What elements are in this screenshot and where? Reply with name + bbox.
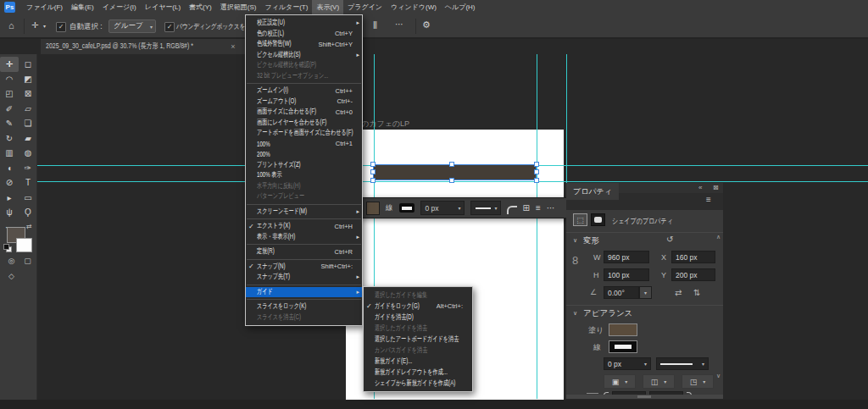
menubar-item[interactable]: イメージ(I) bbox=[98, 0, 141, 14]
view-menu-item[interactable]: スライスをロック(K) bbox=[246, 301, 362, 312]
quick-mask-button[interactable]: ◎ bbox=[4, 255, 19, 266]
angle-dropdown[interactable]: ▾ bbox=[639, 286, 652, 299]
object-selection-tool[interactable]: ◩ bbox=[19, 72, 37, 87]
swap-colors-icon[interactable]: ⇄ bbox=[26, 223, 32, 230]
view-menu-item[interactable]: スクリーンモード(M)▸ bbox=[246, 207, 362, 218]
collapse-panels-icon[interactable]: « bbox=[698, 184, 702, 191]
selection-handle[interactable] bbox=[370, 162, 376, 167]
close-tab-icon[interactable]: × bbox=[231, 42, 235, 51]
menubar-item[interactable]: 書式(Y) bbox=[185, 0, 216, 14]
selection-handle[interactable] bbox=[370, 178, 376, 183]
tab-properties[interactable]: プロパティ bbox=[566, 183, 619, 200]
guide-submenu-item[interactable]: 選択したアートボードガイドを消去 bbox=[364, 334, 472, 345]
properties-list-icon[interactable]: ≡ bbox=[536, 203, 541, 213]
view-menu-item[interactable]: 画面にレイヤーを合わせる(F) bbox=[246, 118, 362, 129]
stroke-align-dropdown[interactable]: ▣▾ bbox=[604, 374, 636, 389]
menubar-item[interactable]: 選択範囲(S) bbox=[216, 0, 261, 14]
rectangle-tool[interactable]: ▭ bbox=[19, 191, 37, 206]
selection-handle[interactable] bbox=[449, 178, 454, 183]
view-menu-item[interactable]: 200% bbox=[246, 149, 362, 160]
vertical-guide[interactable] bbox=[537, 54, 537, 399]
zoom-tool[interactable]: Ϙ bbox=[19, 205, 37, 220]
stroke-style-dropdown[interactable]: ▾ bbox=[470, 201, 501, 215]
path-selection-tool[interactable]: ▸ bbox=[0, 191, 19, 206]
view-menu-item[interactable]: ズームアウト(O)Ctrl+- bbox=[246, 97, 362, 108]
appearance-section-header[interactable]: アピアランス bbox=[583, 308, 632, 319]
move-tool[interactable]: ✛ bbox=[0, 57, 19, 72]
stroke-width-dropdown[interactable]: 0 px▾ bbox=[604, 357, 651, 370]
height-input[interactable]: 100 px bbox=[604, 268, 649, 281]
width-input[interactable]: 960 px bbox=[604, 251, 649, 263]
scrollbar-handle[interactable] bbox=[637, 395, 651, 398]
menubar-item[interactable]: 編集(E) bbox=[67, 0, 98, 14]
menubar-item[interactable]: ファイル(F) bbox=[22, 0, 67, 14]
view-menu-item[interactable]: プリントサイズ(Z) bbox=[246, 160, 362, 171]
guide-submenu-item[interactable]: 新規ガイドレイアウトを作成... bbox=[364, 367, 472, 378]
history-brush-tool[interactable]: ↻ bbox=[0, 131, 19, 146]
selected-rectangle-shape[interactable] bbox=[373, 164, 537, 180]
toolbar-extra-button[interactable]: ◇ bbox=[4, 270, 19, 281]
view-menu-item[interactable]: ピクセル縦横比(S)▸ bbox=[246, 50, 362, 61]
chevron-down-icon[interactable]: ∨ bbox=[573, 310, 577, 317]
more-options-icon[interactable]: ⋯ bbox=[547, 203, 555, 213]
scroll-down-icon[interactable]: ∨ bbox=[716, 373, 721, 379]
close-icon[interactable]: ⊠ bbox=[713, 184, 719, 191]
eraser-tool[interactable]: ▰ bbox=[19, 131, 37, 146]
dodge-tool[interactable]: ◖ bbox=[0, 161, 19, 176]
flip-vertical-icon[interactable]: ⇅ bbox=[693, 288, 700, 297]
crop-tool[interactable]: ◰ bbox=[0, 86, 19, 102]
more-options-icon[interactable]: ⋯ bbox=[395, 19, 403, 29]
stroke-color-swatch[interactable] bbox=[609, 340, 637, 353]
view-menu-item[interactable]: 100% 表示 bbox=[246, 170, 362, 181]
reset-transform-icon[interactable]: ↺ bbox=[666, 235, 673, 244]
stroke-width-dropdown[interactable]: 0 px ▾ bbox=[420, 201, 465, 215]
link-corners-icon[interactable] bbox=[587, 393, 598, 394]
view-menu-item[interactable]: ✓エクストラ(X)Ctrl+H bbox=[246, 221, 362, 232]
view-menu-item[interactable]: 色の校正(L)Ctrl+Y bbox=[246, 29, 362, 40]
default-colors-icon[interactable] bbox=[3, 244, 11, 251]
guide-submenu-item[interactable]: シェイプから新規ガイドを作成(A) bbox=[364, 378, 472, 389]
selection-handle[interactable] bbox=[534, 169, 539, 174]
bounding-box-checkbox[interactable]: ✓ bbox=[164, 22, 175, 32]
view-menu-item[interactable]: 定規(R)Ctrl+R bbox=[246, 246, 362, 257]
selection-handle[interactable] bbox=[534, 162, 539, 167]
angle-input[interactable]: 0.00° bbox=[604, 286, 639, 299]
menubar-item[interactable]: ウィンドウ(W) bbox=[387, 0, 441, 14]
hand-tool[interactable]: ψ bbox=[0, 205, 19, 220]
stroke-cap-dropdown[interactable]: ◫▾ bbox=[643, 374, 675, 389]
guide-submenu-item[interactable]: ガイドを消去(D) bbox=[364, 312, 472, 323]
document-tab[interactable]: 2025_09_30_cafeLP.psd @ 30.7% (長方形 1, RG… bbox=[41, 39, 249, 54]
pen-tool[interactable]: ✑ bbox=[19, 161, 37, 176]
horizontal-scrollbar[interactable] bbox=[566, 395, 723, 399]
transform-section-header[interactable]: 変形 bbox=[583, 235, 599, 246]
view-menu-item[interactable]: スナップ先(T)▸ bbox=[246, 272, 362, 283]
masks-properties-button[interactable] bbox=[591, 213, 605, 226]
view-menu-item[interactable]: アートボードを画面サイズに合わせる(F) bbox=[246, 128, 362, 139]
chevron-down-icon[interactable]: ∨ bbox=[573, 237, 577, 244]
x-input[interactable]: 160 px bbox=[671, 251, 715, 263]
view-menu-item[interactable]: ✓スナップ(N)Shift+Ctrl+: bbox=[246, 262, 362, 273]
fill-color-swatch[interactable] bbox=[609, 323, 637, 336]
align-distribute-icon[interactable]: ||| bbox=[373, 20, 376, 29]
corner-radius-icon[interactable] bbox=[507, 206, 517, 214]
home-icon[interactable]: ⌂ bbox=[8, 20, 14, 30]
menubar-item[interactable]: プラグイン bbox=[343, 0, 387, 14]
view-menu-item[interactable]: 100%Ctrl+1 bbox=[246, 139, 362, 150]
menubar-item[interactable]: 表示(V) bbox=[312, 0, 343, 14]
move-tool-preset-icon[interactable]: ✛ bbox=[31, 20, 38, 30]
selection-handle[interactable] bbox=[534, 178, 539, 183]
stroke-color-swatch[interactable] bbox=[399, 203, 415, 213]
selection-handle[interactable] bbox=[370, 169, 376, 174]
rectangular-marquee-tool[interactable]: ◻ bbox=[19, 57, 37, 72]
menubar-item[interactable]: ヘルプ(H) bbox=[441, 0, 480, 14]
vertical-guide[interactable] bbox=[566, 54, 567, 183]
brush-tool[interactable]: ✎ bbox=[0, 116, 19, 131]
view-menu-item[interactable]: ガイド▸ bbox=[246, 287, 362, 298]
menubar-item[interactable]: レイヤー(L) bbox=[141, 0, 185, 14]
link-dimensions-icon[interactable]: 8 bbox=[572, 254, 578, 267]
fill-color-swatch[interactable] bbox=[366, 202, 380, 215]
menubar-item[interactable]: フィルター(T) bbox=[260, 0, 312, 14]
view-menu-item[interactable]: 表示・非表示(H)▸ bbox=[246, 232, 362, 243]
eyedropper-tool[interactable]: ✐ bbox=[0, 102, 19, 117]
background-color-swatch[interactable] bbox=[16, 238, 32, 252]
